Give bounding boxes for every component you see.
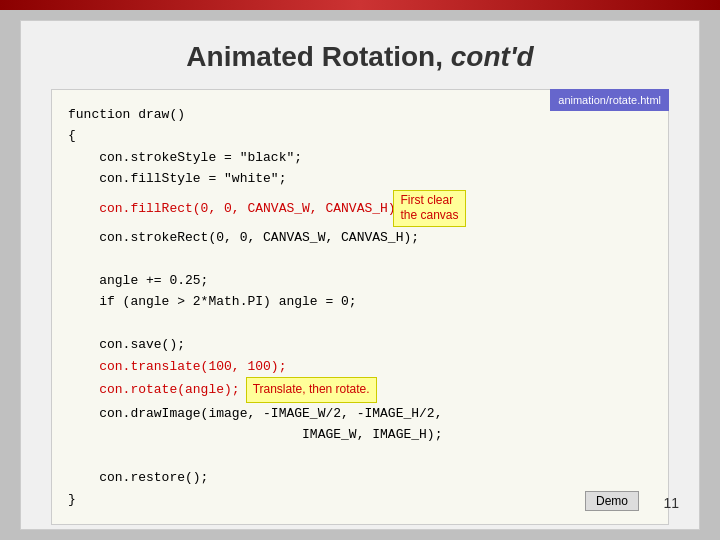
demo-button[interactable]: Demo bbox=[585, 491, 639, 511]
code-spacer-1 bbox=[68, 248, 652, 269]
top-bar bbox=[0, 0, 720, 10]
code-line-17: con.restore(); bbox=[68, 467, 652, 488]
code-line-4: con.fillStyle = "white"; bbox=[68, 168, 652, 189]
code-block: function draw() { con.strokeStyle = "bla… bbox=[68, 104, 652, 510]
code-line-3: con.strokeStyle = "black"; bbox=[68, 147, 652, 168]
code-spacer-2 bbox=[68, 313, 652, 334]
slide-container: Animated Rotation, cont'd animation/rota… bbox=[20, 20, 700, 530]
code-line-13: con.rotate(angle); bbox=[68, 379, 240, 400]
code-line-8: angle += 0.25; bbox=[68, 270, 652, 291]
code-line-15: IMAGE_W, IMAGE_H); bbox=[68, 424, 652, 445]
title-text: Animated Rotation, bbox=[186, 41, 450, 72]
title-italic: cont'd bbox=[451, 41, 534, 72]
slide-number: 11 bbox=[663, 495, 679, 511]
annotation-first-clear: First clearthe canvas bbox=[393, 190, 465, 227]
code-line-11: con.save(); bbox=[68, 334, 652, 355]
code-line-2: { bbox=[68, 125, 652, 146]
code-line-18: } bbox=[68, 489, 652, 510]
code-line-1: function draw() bbox=[68, 104, 652, 125]
code-area: animation/rotate.html function draw() { … bbox=[51, 89, 669, 525]
slide-title: Animated Rotation, cont'd bbox=[51, 41, 669, 73]
code-line-5-row: con.fillRect(0, 0, CANVAS_W, CANVAS_H); … bbox=[68, 190, 652, 227]
code-line-14: con.drawImage(image, -IMAGE_W/2, -IMAGE_… bbox=[68, 403, 652, 424]
annotation-translate: Translate, then rotate. bbox=[246, 377, 377, 403]
code-line-9: if (angle > 2*Math.PI) angle = 0; bbox=[68, 291, 652, 312]
code-line-13-row: con.rotate(angle); Translate, then rotat… bbox=[68, 377, 652, 403]
code-line-6: con.strokeRect(0, 0, CANVAS_W, CANVAS_H)… bbox=[68, 227, 652, 248]
code-line-12: con.translate(100, 100); bbox=[68, 356, 652, 377]
code-spacer-3 bbox=[68, 446, 652, 467]
code-line-5: con.fillRect(0, 0, CANVAS_W, CANVAS_H); bbox=[68, 198, 403, 219]
